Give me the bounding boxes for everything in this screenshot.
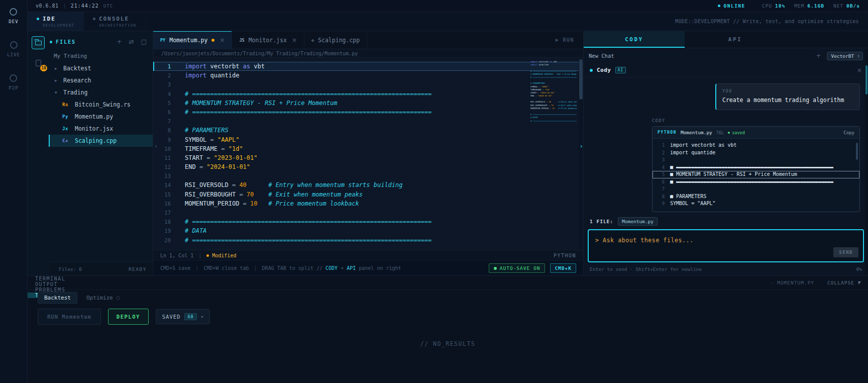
run-button[interactable]: ▶ RUN (547, 31, 583, 49)
code-text: import quantide (670, 149, 715, 157)
code-line-11[interactable]: 11START = "2023-01-01" (153, 153, 579, 162)
copy-button[interactable]: Copy (843, 130, 854, 135)
code-line-14[interactable]: 14RSI_OVERSOLD = 40 # Entry when momentu… (153, 180, 579, 189)
workspace-root[interactable]: My Trading (49, 48, 153, 62)
code-line-9[interactable]: 9SYMBOL = "AAPL" (153, 135, 579, 144)
close-icon[interactable]: × (292, 37, 297, 44)
code-line-15[interactable]: 15RSI_OVERBOUGHT = 70 # Exit when moment… (153, 190, 579, 199)
scrollbar-thumb[interactable] (856, 143, 858, 160)
top-status-bar: v0.6.81 | 21:44:22 UTC ONLINE CPU18%MEM6… (28, 0, 868, 12)
card-line-2: 2import quantide (653, 149, 859, 157)
new-window-icon[interactable]: □ (141, 39, 147, 45)
changes-button[interactable]: 10 (32, 56, 45, 69)
files-status-dot (50, 41, 52, 43)
add-chat-icon[interactable]: + (816, 53, 821, 59)
circle-icon (10, 8, 17, 16)
run-momentum-button[interactable]: RUN Momentum (38, 309, 101, 325)
close-icon[interactable]: × (220, 37, 225, 44)
code-line-17[interactable]: 17 (153, 208, 579, 217)
saved-label: SAVED (162, 314, 181, 320)
autosave-chip[interactable]: AUTO-SAVE ON (489, 263, 546, 273)
editor-tab-monitor.jsx[interactable]: JSMonitor.jsx× (232, 31, 304, 49)
editor-tab-scalping.cpp[interactable]: ◇Scalping.cpp (304, 31, 367, 49)
code-line-19[interactable]: 19# DATA (153, 226, 579, 235)
code-line-10[interactable]: 10TIMEFRAME = "1d" (153, 144, 579, 153)
split-view-icon[interactable]: ⇄ (129, 39, 134, 45)
folder-trading[interactable]: ▾Trading (49, 86, 153, 99)
code-text: import vectorbt as vbt (181, 62, 265, 71)
cmdk-chip[interactable]: CMD+K (550, 263, 576, 273)
editor-tab-momentum.py[interactable]: PYMomentum.py× (153, 31, 232, 49)
autosave-dot (494, 267, 497, 270)
subtab-optimize[interactable]: Optimize○ (86, 295, 120, 301)
bottom-tab-terminal[interactable]: TERMINAL (28, 276, 73, 281)
code-line-7[interactable]: 7 (153, 117, 579, 126)
scrollbar-thumb[interactable] (865, 65, 867, 94)
activity-p2p[interactable]: P2P (9, 74, 18, 90)
file-monitor.jsx[interactable]: JxMonitor.jsx (49, 123, 153, 135)
saved-dropdown[interactable]: SAVED 60 ▾ (156, 309, 210, 324)
circle-icon (10, 41, 18, 49)
editor-tablist: PYMomentum.py×JSMonitor.jsx×◇Scalping.cp… (153, 31, 367, 49)
line-number: 5 (153, 99, 181, 108)
code-line-16[interactable]: 16MOMENTUM_PERIOD = 10 # Price momentum … (153, 199, 579, 208)
code-line-8[interactable]: 8# PARAMETERS (153, 126, 579, 135)
code-line-5[interactable]: 5# MOMENTUM STRATEGY - RSI + Price Momen… (153, 99, 579, 108)
new-chat-button[interactable]: New Chat (589, 53, 614, 59)
file-momentum.py[interactable]: PyMomentum.py (49, 111, 153, 123)
new-file-icon[interactable]: + (117, 39, 122, 45)
files-title: FILES (56, 39, 76, 45)
code-editor[interactable]: 1import vectorbt as vbt2import quantide3… (153, 58, 583, 250)
chevron-left-icon[interactable]: ‹ (155, 142, 157, 150)
tab-cody[interactable]: CODY (584, 31, 685, 48)
deploy-button[interactable]: DEPLOY (108, 309, 149, 325)
editor-hintbar: CMD+S save | CMD+W close tab | DRAG TAB … (153, 260, 583, 275)
chat-input[interactable]: > Ask about these files... SEND (588, 229, 864, 262)
editor-scrollbar[interactable] (579, 58, 583, 250)
minimap[interactable]: import vectorbt as vbtimport quantide# =… (530, 60, 577, 123)
stat-value: 6.1GB (807, 3, 824, 9)
send-button[interactable]: SEND (833, 247, 858, 257)
file-name: Momentum.py (75, 113, 113, 120)
tab-api[interactable]: API (685, 31, 786, 48)
explorer-folder-button[interactable] (32, 36, 45, 49)
divider: | (63, 3, 66, 9)
code-line-20[interactable]: 20# ====================================… (153, 236, 579, 245)
card-line-1: 1import vectorbt as vbt (653, 142, 859, 149)
mode-tab-console[interactable]: CONSOLEORCHESTRATION (84, 12, 146, 31)
mode-tab-ide[interactable]: IDEDEVELOPMENT (28, 12, 84, 31)
activity-dev[interactable]: DEV (9, 8, 18, 24)
file-bitcoin_swing.rs[interactable]: RsBitcoin_Swing.rs (49, 99, 153, 111)
divider: | (254, 265, 257, 271)
panel-scrollbar[interactable] (865, 48, 868, 275)
code-text: ■ PARAMETERS (670, 193, 706, 201)
code-line-13[interactable]: 13 (153, 171, 579, 180)
tab-label: Monitor.jsx (249, 37, 287, 44)
code-line-12[interactable]: 12END = "2024-01-01" (153, 162, 579, 171)
collapse-button[interactable]: COLLAPSE▼ (827, 280, 861, 285)
arrow-down-icon: ▼ (857, 280, 861, 285)
code-line-18[interactable]: 18# ====================================… (153, 217, 579, 226)
chevron-right-icon[interactable]: › (580, 142, 583, 150)
model-select[interactable]: VectorBT ▴▾ (827, 52, 863, 60)
code-line-3[interactable]: 3 (153, 80, 579, 89)
code-line-4[interactable]: 4# =====================================… (153, 89, 579, 99)
file-chip[interactable]: Momentum.py (618, 217, 658, 226)
close-chat-icon[interactable]: × (857, 67, 862, 73)
code-line-2[interactable]: 2import quantide (153, 71, 579, 80)
scrollbar-thumb[interactable] (579, 59, 583, 100)
card-linecount: 76L (716, 130, 724, 135)
folder-research[interactable]: ▸Research (49, 74, 153, 86)
file-scalping.cpp[interactable]: C+Scalping.cpp (49, 135, 153, 147)
stepper-down-icon[interactable]: ▾ (857, 56, 859, 58)
subtab-backtest[interactable]: Backtest (38, 292, 77, 304)
card-scrollbar[interactable] (856, 141, 858, 209)
activity-live[interactable]: LIVE (7, 41, 20, 57)
code-line-6[interactable]: 6# =====================================… (153, 108, 579, 117)
card-line-7: 7 (653, 185, 859, 193)
stat-value: 0B/s (846, 3, 860, 9)
bottom-tab-output[interactable]: OUTPUT (28, 281, 73, 287)
code-line-1[interactable]: 1import vectorbt as vbt (153, 62, 579, 71)
folder-backtest[interactable]: ▸Backtest (49, 62, 153, 74)
line-number: 6 (653, 178, 665, 186)
